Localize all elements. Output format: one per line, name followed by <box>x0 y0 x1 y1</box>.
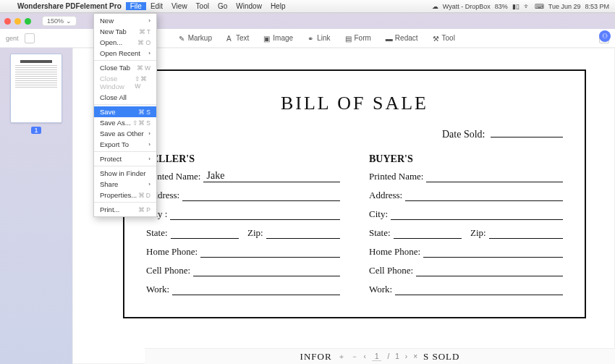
seller-homephone-label: Home Phone: <box>146 246 198 258</box>
seller-work-field[interactable] <box>172 284 340 295</box>
app-name[interactable]: Wondershare PDFelement Pro <box>13 2 126 10</box>
menu-item-label: Share <box>100 180 118 188</box>
seller-state-field[interactable] <box>171 227 239 239</box>
menu-item-protect[interactable]: Protect› <box>94 153 156 164</box>
image-icon: ▣ <box>263 35 271 42</box>
menu-separator <box>94 104 156 105</box>
keyboard-icon[interactable]: ⌨ <box>535 3 544 10</box>
buyer-homephone-label: Home Phone: <box>369 246 420 258</box>
menu-item-close-tab[interactable]: Close Tab⌘ W <box>94 62 156 73</box>
date-label: Tue Jun 29 <box>548 3 581 10</box>
menu-item-shortcut: ⌘ D <box>138 192 151 199</box>
wifi-icon[interactable]: ᯤ <box>524 3 530 10</box>
seller-zip-field[interactable] <box>266 227 340 239</box>
user-avatar[interactable]: ⚇ <box>599 30 611 42</box>
buyer-work-field[interactable] <box>395 284 563 295</box>
minimize-window-icon[interactable] <box>14 18 21 25</box>
menu-item-share[interactable]: Share› <box>94 179 156 190</box>
seller-address-field[interactable] <box>182 190 340 201</box>
chevron-right-icon: › <box>148 156 150 162</box>
buyer-name-field[interactable] <box>426 171 563 182</box>
menu-item-shortcut: ⇧⌘ W <box>135 75 150 90</box>
seller-homephone-field[interactable] <box>200 246 340 258</box>
seller-cellphone-label: Cell Phone: <box>146 265 190 276</box>
menu-help[interactable]: Help <box>266 2 290 10</box>
main-area: 1 BILL OF SALE Date Sold: SELLER'S Print… <box>0 48 615 364</box>
buyer-zip-label: Zip: <box>470 227 486 239</box>
maximize-window-icon[interactable] <box>25 18 31 25</box>
text-tool[interactable]: AText <box>226 34 249 42</box>
menu-tool[interactable]: Tool <box>192 2 213 10</box>
account-label[interactable]: Wyatt - DropBox <box>443 3 491 10</box>
close-window-icon[interactable] <box>4 18 11 25</box>
chevron-right-icon: › <box>148 50 150 56</box>
menu-item-export-to[interactable]: Export To› <box>94 139 156 150</box>
buyer-zip-field[interactable] <box>489 227 563 239</box>
buyer-homephone-field[interactable] <box>423 246 563 258</box>
next-page-icon[interactable]: › <box>405 352 407 360</box>
menu-item-open-recent[interactable]: Open Recent› <box>94 48 156 59</box>
menu-item-label: Properties... <box>100 191 137 199</box>
toolbox-icon: ⚒ <box>433 35 440 42</box>
menu-item-shortcut: ⌘ P <box>138 206 150 213</box>
menu-separator <box>94 151 156 152</box>
menu-edit[interactable]: Edit <box>146 2 167 10</box>
link-label: Link <box>317 34 330 42</box>
menu-item-print[interactable]: Print...⌘ P <box>94 204 156 215</box>
menu-item-new-tab[interactable]: New Tab⌘ T <box>94 26 156 37</box>
menu-item-label: Open Recent <box>100 49 140 57</box>
menu-go[interactable]: Go <box>213 2 232 10</box>
form-icon: ▤ <box>345 35 352 42</box>
page-current[interactable]: 1 <box>372 352 382 361</box>
markup-tool[interactable]: ✎Markup <box>179 34 212 42</box>
seller-name-field[interactable]: Jake <box>203 171 340 182</box>
menu-separator <box>94 60 156 61</box>
prev-page-icon[interactable]: ‹ <box>364 352 366 360</box>
menu-window[interactable]: Window <box>232 2 266 10</box>
footer-bar: INFOR ＋ － ‹ 1 / 1 › × S SOLD <box>145 348 615 364</box>
cloud-icon[interactable]: ☁ <box>432 3 438 10</box>
seller-cellphone-field[interactable] <box>193 265 340 276</box>
date-sold-field[interactable] <box>491 137 563 137</box>
buyer-address-field[interactable] <box>405 190 563 201</box>
image-tool[interactable]: ▣Image <box>263 34 293 42</box>
seller-state-label: State: <box>146 227 168 239</box>
menu-item-new[interactable]: New› <box>94 15 156 26</box>
buyer-city-field[interactable] <box>391 208 563 220</box>
app-window: 150% ⌄ gent ✎Markup AText ▣Image ⚭Link ▤… <box>0 13 615 364</box>
page-number-badge: 1 <box>31 127 41 134</box>
seller-zip-label: Zip: <box>247 227 263 239</box>
chevron-right-icon: › <box>148 130 150 137</box>
battery-label: 83% <box>495 3 508 10</box>
mac-menubar: Wondershare PDFelement Pro File Edit Vie… <box>0 0 615 13</box>
tool-tool[interactable]: ⚒Tool <box>433 34 455 42</box>
zoom-in-icon[interactable]: － <box>351 352 358 362</box>
thumbnails-toggle-icon[interactable] <box>25 33 35 43</box>
menu-item-save-as-other[interactable]: Save as Other› <box>94 128 156 139</box>
close-bar-icon[interactable]: × <box>413 352 417 360</box>
zoom-selector[interactable]: 150% ⌄ <box>42 16 77 26</box>
menu-item-properties[interactable]: Properties...⌘ D <box>94 190 156 200</box>
buyer-cellphone-field[interactable] <box>416 265 563 276</box>
buyer-cellphone-label: Cell Phone: <box>369 265 413 276</box>
menu-item-save-as[interactable]: Save As...⇧⌘ S <box>94 117 156 128</box>
menu-item-shortcut: ⌘ O <box>137 39 150 46</box>
menu-item-label: Save <box>100 108 116 116</box>
buyer-state-field[interactable] <box>394 227 462 239</box>
zoom-out-icon[interactable]: ＋ <box>338 352 345 362</box>
menu-item-close-all[interactable]: Close All <box>94 92 156 103</box>
menu-view[interactable]: View <box>167 2 192 10</box>
menu-item-save[interactable]: Save⌘ S <box>94 106 156 117</box>
redact-tool[interactable]: ▬Redact <box>386 34 418 42</box>
page-thumbnail[interactable] <box>10 54 62 123</box>
page-total: 1 <box>395 352 399 360</box>
link-tool[interactable]: ⚭Link <box>308 34 330 42</box>
thumbnails-sidebar: 1 <box>0 48 72 364</box>
menu-file[interactable]: File <box>126 2 146 10</box>
seller-city-field[interactable] <box>170 208 340 220</box>
menu-item-show-in-finder[interactable]: Show in Finder <box>94 168 156 179</box>
file-menu-dropdown: New›New Tab⌘ TOpen...⌘ OOpen Recent›Clos… <box>93 13 157 217</box>
menu-item-open[interactable]: Open...⌘ O <box>94 37 156 48</box>
form-tool[interactable]: ▤Form <box>345 34 371 42</box>
buyer-address-label: Address: <box>369 190 402 201</box>
